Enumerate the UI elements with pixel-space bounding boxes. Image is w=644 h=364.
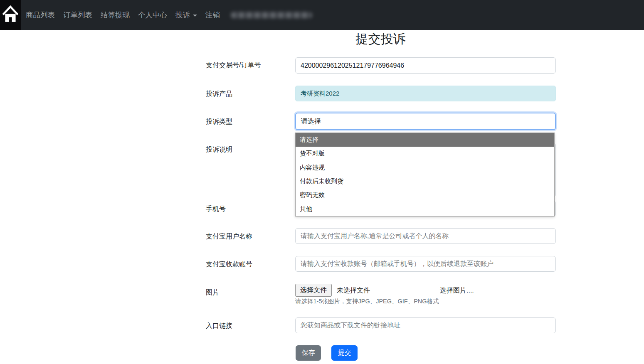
alipay-account-label: 支付宝收款账号: [206, 260, 252, 269]
complaint-type-option[interactable]: 内容违规: [296, 161, 554, 175]
complaint-type-option[interactable]: 其他: [296, 202, 554, 216]
page-title: 提交投诉: [205, 31, 556, 48]
home-icon: [2, 5, 19, 25]
nav-item-product-list[interactable]: 商品列表: [26, 10, 55, 20]
nav-item-order-list[interactable]: 订单列表: [63, 10, 92, 20]
nav-item-complaint-label: 投诉: [175, 10, 190, 20]
save-button[interactable]: 保存: [296, 345, 321, 361]
product-label: 投诉产品: [206, 90, 232, 98]
nav-item-logout[interactable]: 注销: [205, 10, 220, 20]
choose-image-link[interactable]: 选择图片....: [440, 286, 474, 295]
description-label: 投诉说明: [206, 145, 232, 154]
complaint-type-option[interactable]: 密码无效: [296, 188, 554, 202]
user-email-redacted: [231, 12, 312, 18]
product-value-box: 考研资料2022: [295, 86, 556, 101]
nav-item-complaint-dropdown[interactable]: 投诉: [175, 10, 197, 20]
complaint-type-option[interactable]: 货不对版: [296, 147, 554, 160]
complaint-type-option[interactable]: 请选择: [296, 133, 554, 147]
complaint-type-dropdown: 请选择 货不对版 内容违规 付款后未收到货 密码无效 其他: [295, 133, 555, 216]
nav-menu: 商品列表 订单列表 结算提现 个人中心 投诉 注销: [26, 10, 312, 20]
alipay-account-input[interactable]: [295, 256, 556, 272]
image-format-hint: 请选择1-5张图片，支持JPG、JPEG、GIF、PNG格式: [295, 298, 439, 305]
nav-item-personal-center[interactable]: 个人中心: [138, 10, 167, 20]
images-label: 图片: [206, 288, 219, 297]
page: 商品列表 订单列表 结算提现 个人中心 投诉 注销 提交投诉 支付交易号/订单号…: [0, 0, 644, 364]
entry-link-label: 入口链接: [206, 322, 232, 330]
nav-item-settlement[interactable]: 结算提现: [101, 10, 130, 20]
entry-link-input[interactable]: [295, 317, 556, 333]
alipay-name-label: 支付宝用户名称: [206, 232, 252, 241]
submit-button[interactable]: 提交: [331, 345, 358, 361]
order-no-input[interactable]: [295, 57, 556, 74]
phone-label: 手机号: [206, 205, 226, 214]
navbar: 商品列表 订单列表 结算提现 个人中心 投诉 注销: [0, 0, 644, 30]
file-status-text: 未选择文件: [337, 286, 370, 295]
alipay-name-input[interactable]: [295, 228, 556, 244]
choose-file-button[interactable]: 选择文件: [295, 284, 332, 297]
complaint-type-option[interactable]: 付款后未收到货: [296, 175, 554, 188]
complaint-type-select[interactable]: 请选择: [295, 113, 556, 130]
complaint-type-label: 投诉类型: [206, 118, 232, 126]
home-button[interactable]: [0, 0, 21, 30]
chevron-down-icon: [193, 15, 197, 17]
order-no-label: 支付交易号/订单号: [206, 61, 261, 70]
